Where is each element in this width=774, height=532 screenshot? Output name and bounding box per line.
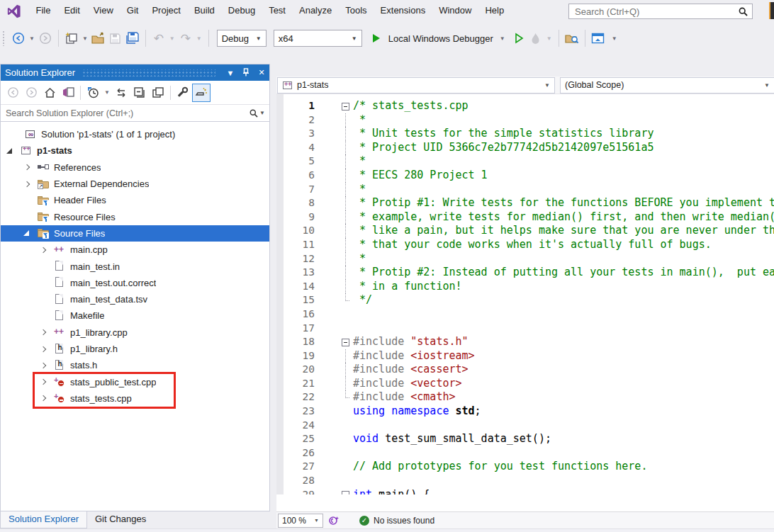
fold-margin[interactable]	[315, 224, 353, 238]
expander-arrow[interactable]	[40, 396, 54, 400]
tree-item-stats-public-test-cpp[interactable]: + stats_public_test.cpp	[1, 373, 269, 390]
fold-margin[interactable]	[315, 363, 353, 377]
navigate-backward-button[interactable]	[10, 29, 27, 47]
tree-item-solution-p1-stats-1-of-1-project[interactable]: ∞ Solution 'p1-stats' (1 of 1 project)	[1, 126, 269, 142]
fold-margin[interactable]	[315, 113, 353, 128]
code-line[interactable]: 3 * Unit tests for the simple statistics…	[276, 127, 774, 141]
code-line[interactable]: 22 #include <cmath>	[276, 390, 774, 404]
undo-dropdown-icon[interactable]: ▼	[167, 35, 177, 42]
pin-icon[interactable]	[238, 68, 254, 78]
tab-git-changes[interactable]: Git Changes	[87, 511, 154, 528]
fold-margin[interactable]	[315, 322, 353, 336]
tab-solution-explorer[interactable]: Solution Explorer	[0, 511, 87, 528]
menu-item-analyze[interactable]: Analyze	[292, 5, 338, 16]
code-line[interactable]: 10 * like a pain, but it helps make sure…	[276, 224, 774, 238]
code-line[interactable]: 16	[276, 307, 774, 322]
code-line[interactable]: 21 #include <vector>	[276, 377, 774, 391]
fold-margin[interactable]	[315, 307, 353, 322]
fold-margin[interactable]	[315, 127, 353, 141]
fold-margin[interactable]	[315, 446, 353, 460]
code-line[interactable]: 1 /* stats_tests.cpp	[276, 99, 774, 113]
solution-platform-dropdown[interactable]: x64▼	[274, 30, 362, 47]
expander-arrow[interactable]	[23, 230, 38, 236]
forward-button[interactable]	[22, 84, 40, 102]
filter-dropdown-icon[interactable]: ▼	[102, 89, 112, 96]
solution-configuration-dropdown[interactable]: Debug▼	[217, 30, 267, 47]
show-all-files-button[interactable]	[149, 84, 167, 102]
fold-margin[interactable]	[315, 183, 353, 197]
fold-margin[interactable]	[315, 238, 353, 252]
menu-item-help[interactable]: Help	[478, 5, 511, 16]
menu-item-test[interactable]: Test	[262, 5, 293, 16]
global-search-box[interactable]	[568, 4, 753, 19]
collapse-all-button[interactable]	[130, 84, 149, 102]
preview-selected-items-button[interactable]	[192, 84, 211, 102]
code-line[interactable]: 11 * that your code works when it's actu…	[276, 238, 774, 252]
save-button[interactable]	[107, 29, 124, 47]
code-line[interactable]: 15 */	[276, 293, 774, 307]
expander-arrow[interactable]	[40, 347, 54, 351]
tree-item-source-files[interactable]: Source Files	[1, 225, 269, 242]
open-folder-button[interactable]	[90, 29, 107, 47]
code-line[interactable]: 14 * in a function!	[276, 280, 774, 294]
fold-margin[interactable]	[315, 460, 353, 474]
fold-collapse-icon[interactable]	[342, 103, 349, 111]
find-in-files-button[interactable]	[563, 29, 580, 47]
properties-button[interactable]	[174, 84, 192, 102]
indicator-margin[interactable]	[276, 94, 284, 494]
solution-explorer-search-box[interactable]: ▼	[1, 104, 269, 122]
start-debugging-button[interactable]: Local Windows Debugger ▼	[370, 29, 510, 47]
menu-item-debug[interactable]: Debug	[221, 5, 262, 16]
account-icon[interactable]	[769, 2, 774, 19]
menu-item-git[interactable]: Git	[120, 5, 145, 16]
fold-margin[interactable]	[315, 141, 353, 155]
fold-margin[interactable]	[315, 266, 353, 280]
fold-margin[interactable]	[315, 488, 353, 494]
sync-with-active-document-button[interactable]	[112, 84, 130, 102]
code-line[interactable]: 29 int main() {	[276, 488, 774, 494]
hot-reload-button[interactable]	[527, 29, 544, 47]
fold-collapse-icon[interactable]	[342, 491, 349, 494]
fold-margin[interactable]	[315, 474, 353, 488]
code-line[interactable]: 13 * Protip #2: Instead of putting all y…	[276, 266, 774, 280]
code-line[interactable]: 24	[276, 419, 774, 433]
code-line[interactable]: 20 #include <cassert>	[276, 363, 774, 377]
tree-item-resource-files[interactable]: Resource Files	[1, 208, 269, 225]
fold-collapse-icon[interactable]	[342, 339, 349, 346]
code-line[interactable]: 19 #include <iostream>	[276, 349, 774, 363]
project-dropdown[interactable]: ++ p1-stats ▼	[277, 77, 555, 94]
solution-explorer-search-input[interactable]	[1, 108, 249, 118]
code-editor[interactable]: ++ p1-stats ▼ (Global Scope) ▼ 1 /* stat…	[276, 62, 774, 511]
code-line[interactable]: 12 *	[276, 252, 774, 266]
fold-margin[interactable]	[315, 432, 353, 446]
tree-item-header-files[interactable]: Header Files	[1, 192, 269, 208]
fold-margin[interactable]	[315, 280, 353, 294]
new-project-button[interactable]	[63, 29, 80, 47]
menu-item-window[interactable]: Window	[432, 5, 478, 16]
redo-button[interactable]: ↷	[177, 29, 194, 47]
menu-item-file[interactable]: File	[29, 5, 57, 16]
tree-item-p1-library-cpp[interactable]: ++ p1_library.cpp	[1, 324, 269, 341]
tree-item-main-cpp[interactable]: ++ main.cpp	[1, 242, 269, 258]
fold-margin[interactable]	[315, 99, 353, 113]
code-surface[interactable]: 1 /* stats_tests.cpp 2 * 3 * Unit tests …	[276, 94, 774, 494]
health-status-text[interactable]: No issues found	[374, 516, 434, 526]
menu-item-view[interactable]: View	[86, 5, 120, 16]
menu-item-tools[interactable]: Tools	[339, 5, 374, 16]
expander-arrow[interactable]	[40, 248, 54, 252]
redo-dropdown-icon[interactable]: ▼	[194, 35, 204, 42]
code-line[interactable]: 18 #include "stats.h"	[276, 335, 774, 349]
hot-reload-dropdown-icon[interactable]: ▼	[544, 35, 554, 42]
fold-margin[interactable]	[315, 196, 353, 210]
code-line[interactable]: 6 * EECS 280 Project 1	[276, 169, 774, 183]
fold-margin[interactable]	[315, 293, 353, 307]
toolbar-grip[interactable]	[2, 30, 6, 46]
undo-button[interactable]: ↶	[150, 29, 167, 47]
web-browser-button[interactable]	[590, 29, 607, 47]
code-line[interactable]: 2 *	[276, 113, 774, 128]
window-position-dropdown-icon[interactable]: ▼	[223, 69, 238, 77]
tree-item-makefile[interactable]: Makefile	[1, 307, 269, 324]
code-line[interactable]: 8 * Protip #1: Write tests for the funct…	[276, 196, 774, 210]
fold-margin[interactable]	[315, 377, 353, 391]
code-line[interactable]: 17	[276, 322, 774, 336]
